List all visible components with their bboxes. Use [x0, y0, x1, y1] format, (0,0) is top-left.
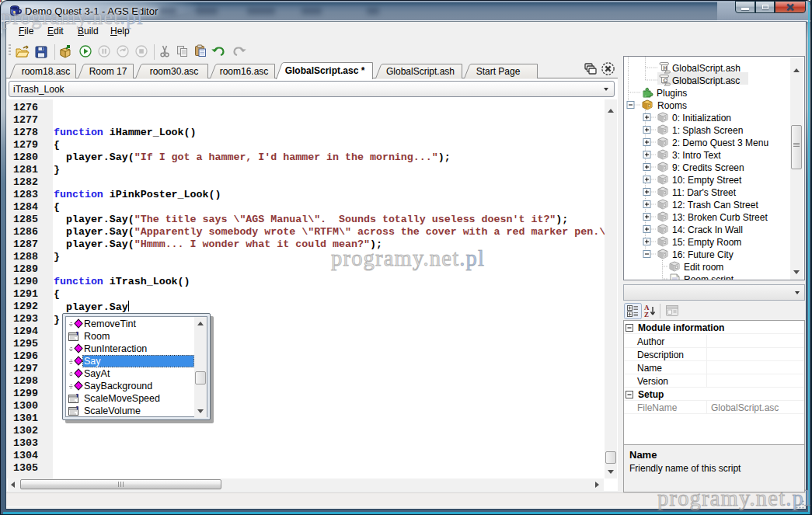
svg-text:ScaleMoveSpeed: ScaleMoveSpeed [84, 393, 160, 404]
svg-text:1: Splash Screen: 1: Splash Screen [672, 125, 743, 136]
svg-text:room18.asc: room18.asc [22, 66, 71, 77]
svg-text:2: Demo Quest 3 Menu: 2: Demo Quest 3 Menu [672, 137, 768, 148]
svg-text:SayAt: SayAt [84, 368, 110, 379]
svg-text:C: C [664, 78, 667, 83]
svg-text:room30.asc: room30.asc [150, 66, 199, 77]
svg-text:Room script: Room script [684, 274, 734, 280]
svg-text:Z: Z [644, 311, 649, 318]
svg-text:room16.asc: room16.asc [220, 66, 269, 77]
svg-text:H: H [664, 65, 667, 71]
svg-text:11: Dar's Street: 11: Dar's Street [672, 187, 737, 198]
svg-text:SayBackground: SayBackground [84, 381, 152, 391]
svg-text:GlobalScript.ash: GlobalScript.ash [386, 66, 455, 77]
svg-text:13: Broken Curb Street: 13: Broken Curb Street [672, 212, 768, 223]
svg-text:RunInteraction: RunInteraction [84, 343, 147, 354]
svg-text:Room 17: Room 17 [89, 66, 127, 77]
svg-text:RemoveTint: RemoveTint [84, 318, 136, 329]
svg-text:Start Page: Start Page [476, 66, 521, 77]
svg-text:0: Initialization: 0: Initialization [672, 113, 731, 124]
svg-text:Room: Room [84, 331, 110, 342]
svg-text:Rooms: Rooms [657, 100, 687, 111]
svg-text:10: Empty Street: 10: Empty Street [672, 175, 742, 186]
svg-text:GlobalScript.asc: GlobalScript.asc [672, 75, 740, 86]
svg-text:16: Future City: 16: Future City [672, 249, 734, 260]
svg-text:12: Trash Can Street: 12: Trash Can Street [672, 200, 758, 211]
svg-text:14: Crack In Wall: 14: Crack In Wall [672, 224, 743, 235]
svg-text:Edit room: Edit room [684, 262, 723, 273]
svg-text:GlobalScript.asc *: GlobalScript.asc * [285, 65, 365, 76]
svg-text:15: Empty Room: 15: Empty Room [672, 237, 741, 248]
svg-text:ScaleVolume: ScaleVolume [84, 405, 141, 416]
svg-text:GlobalScript.ash: GlobalScript.ash [672, 63, 741, 74]
svg-text:Plugins: Plugins [657, 88, 687, 99]
svg-text:9: Credits Screen: 9: Credits Screen [672, 162, 744, 173]
svg-text:Say: Say [84, 356, 101, 367]
svg-text:3: Intro Text: 3: Intro Text [672, 150, 721, 161]
